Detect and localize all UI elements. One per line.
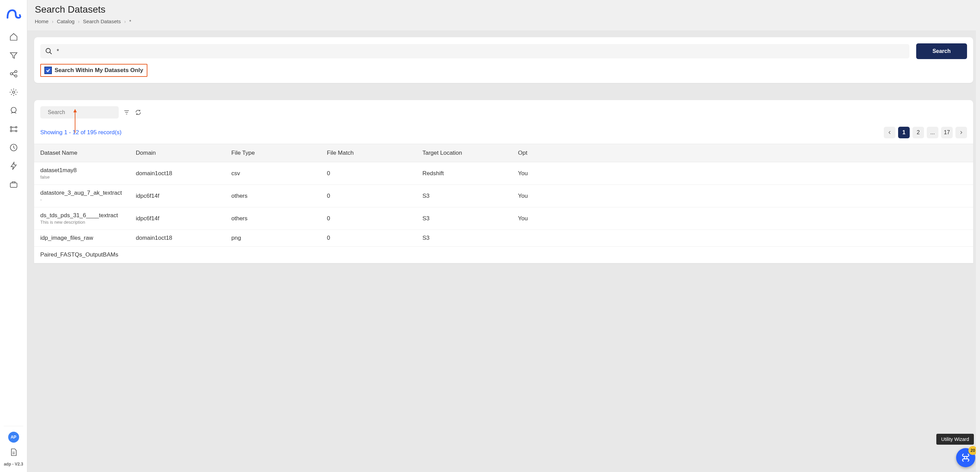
cell-file-type: csv <box>225 162 321 185</box>
cell-domain: domain1oct18 <box>130 230 225 247</box>
page-next[interactable] <box>955 127 967 138</box>
breadcrumb-item[interactable]: Search Datasets <box>83 18 121 24</box>
svg-point-1 <box>15 70 17 73</box>
svg-rect-10 <box>10 183 17 188</box>
cell-domain: idpc6f14f <box>130 207 225 230</box>
col-domain[interactable]: Domain <box>130 144 225 162</box>
svg-point-11 <box>46 48 51 53</box>
app-logo[interactable] <box>5 5 22 22</box>
dataset-sub: - <box>40 197 124 202</box>
cell-target <box>416 247 512 263</box>
dataset-name: ds_tds_pds_31_6____textract <box>40 212 124 219</box>
search-input[interactable] <box>57 48 905 55</box>
cell-file-type: png <box>225 230 321 247</box>
table-row[interactable]: idp_image_files_rawdomain1oct18png0S3 <box>34 230 973 247</box>
my-datasets-checkbox[interactable] <box>45 67 52 74</box>
clock-icon[interactable] <box>9 143 18 152</box>
results-search-input[interactable] <box>48 109 116 115</box>
utility-wizard-tooltip: Utility Wizard <box>936 434 974 445</box>
results-card: Showing 1 - 12 of 195 record(s) 1 2 ... … <box>34 100 973 263</box>
bolt-icon[interactable] <box>9 161 18 171</box>
flow-icon[interactable] <box>9 124 18 134</box>
search-icon <box>45 48 52 55</box>
cell-opt <box>512 247 973 263</box>
page-1[interactable]: 1 <box>898 127 910 138</box>
cell-file-match: 0 <box>321 162 416 185</box>
version-label: adp - V2.3 <box>4 462 23 467</box>
cell-opt: You <box>512 185 973 207</box>
svg-point-7 <box>10 130 11 131</box>
my-datasets-label: Search Within My Datasets Only <box>55 67 143 74</box>
breadcrumb: Home › Catalog › Search Datasets › * <box>35 18 972 24</box>
col-opt[interactable]: Opt <box>512 144 973 162</box>
home-icon[interactable] <box>9 32 18 41</box>
cell-domain <box>130 247 225 263</box>
cell-file-match: 0 <box>321 185 416 207</box>
breadcrumb-item: * <box>129 18 131 24</box>
page-17[interactable]: 17 <box>941 127 953 138</box>
dataset-name: datastore_3_aug_7_ak_textract <box>40 190 124 196</box>
col-target-location[interactable]: Target Location <box>416 144 512 162</box>
nodes-icon[interactable] <box>9 69 18 78</box>
cell-domain: domain1oct18 <box>130 162 225 185</box>
search-button[interactable]: Search <box>916 43 967 59</box>
svg-point-3 <box>12 91 15 94</box>
cell-opt <box>512 230 973 247</box>
dataset-sub: false <box>40 174 124 180</box>
table-row[interactable]: datastore_3_aug_7_ak_textract-idpc6f14fo… <box>34 185 973 207</box>
chevron-right-icon: › <box>52 19 54 24</box>
svg-point-2 <box>15 75 17 77</box>
filter-icon[interactable] <box>123 108 130 116</box>
my-datasets-checkbox-highlight: Search Within My Datasets Only <box>40 64 147 77</box>
globe-icon[interactable] <box>9 106 18 115</box>
svg-point-0 <box>10 73 13 75</box>
cell-target: S3 <box>416 207 512 230</box>
dataset-name: Paired_FASTQs_OutputBAMs <box>40 251 124 258</box>
cell-target: S3 <box>416 185 512 207</box>
results-table: Dataset Name Domain File Type File Match… <box>34 144 973 263</box>
col-dataset-name[interactable]: Dataset Name <box>34 144 130 162</box>
scrollbar[interactable] <box>976 0 980 472</box>
table-row[interactable]: dataset1may8falsedomain1oct18csv0Redshif… <box>34 162 973 185</box>
dataset-name: dataset1may8 <box>40 167 124 174</box>
document-icon[interactable] <box>9 447 18 457</box>
svg-point-4 <box>11 107 16 112</box>
cell-opt: You <box>512 162 973 185</box>
chevron-right-icon: › <box>124 19 126 24</box>
dataset-sub: This is new description <box>40 220 124 225</box>
col-file-match[interactable]: File Match <box>321 144 416 162</box>
cell-file-match <box>321 247 416 263</box>
header: Search Datasets Home › Catalog › Search … <box>27 0 980 30</box>
pagination: 1 2 ... 17 <box>884 127 967 138</box>
search-box[interactable] <box>40 44 909 58</box>
breadcrumb-item[interactable]: Home <box>35 18 48 24</box>
dataset-name: idp_image_files_raw <box>40 234 124 241</box>
results-search-box[interactable] <box>40 106 119 118</box>
chevron-right-icon: › <box>78 19 80 24</box>
funnel-icon[interactable] <box>9 51 18 60</box>
command-icon <box>961 453 970 462</box>
cell-file-type <box>225 247 321 263</box>
search-card: Search Search Within My Datasets Only <box>34 37 973 83</box>
gear-icon[interactable] <box>9 88 18 97</box>
breadcrumb-item[interactable]: Catalog <box>57 18 75 24</box>
utility-wizard-button[interactable]: 20 <box>956 448 975 467</box>
cell-domain: idpc6f14f <box>130 185 225 207</box>
cell-file-type: others <box>225 185 321 207</box>
table-row[interactable]: Paired_FASTQs_OutputBAMs <box>34 247 973 263</box>
page-ellipsis[interactable]: ... <box>927 127 939 138</box>
svg-point-5 <box>10 126 11 128</box>
cell-target: S3 <box>416 230 512 247</box>
page-prev[interactable] <box>884 127 896 138</box>
svg-point-6 <box>15 126 17 128</box>
avatar[interactable]: AP <box>8 432 19 443</box>
briefcase-icon[interactable] <box>9 180 18 189</box>
cell-file-type: others <box>225 207 321 230</box>
refresh-icon[interactable] <box>134 108 142 116</box>
svg-point-8 <box>15 130 17 131</box>
table-row[interactable]: ds_tds_pds_31_6____textractThis is new d… <box>34 207 973 230</box>
cell-target: Redshift <box>416 162 512 185</box>
col-file-type[interactable]: File Type <box>225 144 321 162</box>
cell-file-match: 0 <box>321 230 416 247</box>
page-2[interactable]: 2 <box>912 127 924 138</box>
